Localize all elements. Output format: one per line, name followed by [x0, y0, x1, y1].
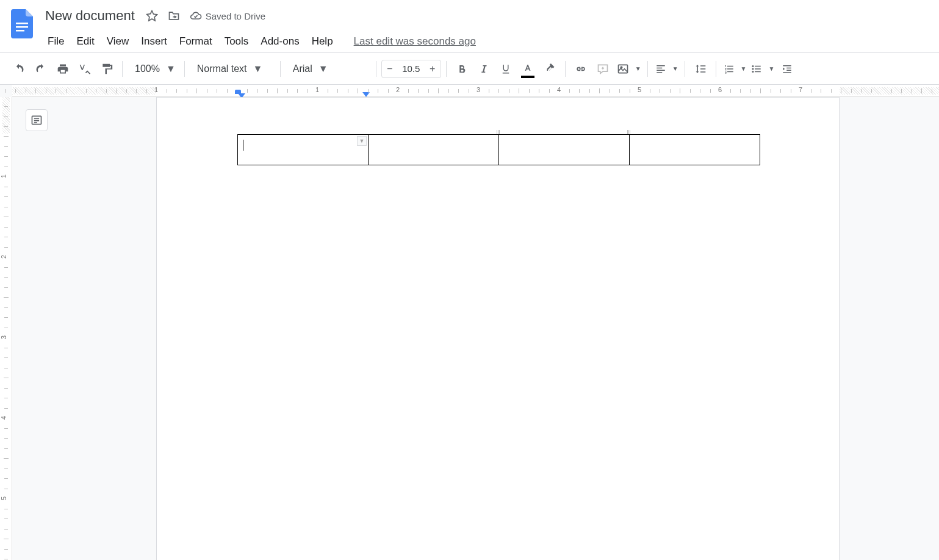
svg-point-4: [621, 66, 622, 68]
document-title[interactable]: New document: [41, 7, 139, 25]
chevron-down-icon: ▼: [741, 65, 747, 72]
spellcheck-button[interactable]: [74, 59, 95, 79]
separator: [565, 61, 566, 77]
paragraph-style-label: Normal text: [197, 63, 247, 74]
table-row[interactable]: ▼: [238, 135, 760, 165]
title-area: New document Saved to Drive File Edit Vi…: [41, 5, 929, 52]
svg-point-5: [752, 65, 754, 67]
svg-point-7: [752, 71, 754, 73]
ruler-margin-left: [12, 87, 156, 95]
horizontal-ruler[interactable]: 1 1 2 3 4 5 6 7: [12, 85, 939, 97]
insert-image-button[interactable]: ▼: [614, 59, 642, 79]
menu-edit[interactable]: Edit: [70, 33, 100, 50]
ruler-label: 5: [0, 497, 7, 500]
separator: [184, 61, 185, 77]
menu-insert[interactable]: Insert: [135, 33, 173, 50]
menu-tools[interactable]: Tools: [218, 33, 255, 50]
document-page[interactable]: ▼: [156, 97, 840, 560]
column-drag-handle[interactable]: [627, 130, 631, 134]
ruler-label: 1: [0, 174, 7, 178]
separator: [446, 61, 447, 77]
font-size-increase-button[interactable]: +: [425, 60, 441, 77]
column-drag-handle[interactable]: [497, 130, 500, 134]
menu-view[interactable]: View: [101, 33, 135, 50]
outline-toggle-button[interactable]: [26, 109, 48, 131]
bold-button[interactable]: [452, 59, 472, 79]
bulleted-list-button[interactable]: ▼: [749, 59, 775, 79]
toolbar: 100% ▼ Normal text ▼ Arial ▼ − + ▼ ▼ ▼ ▼: [0, 53, 939, 85]
ruler-label: 1: [315, 86, 319, 93]
numbered-list-button[interactable]: ▼: [721, 59, 748, 79]
menu-format[interactable]: Format: [173, 33, 218, 50]
star-icon[interactable]: [143, 7, 160, 24]
underline-button[interactable]: [495, 59, 516, 79]
align-button[interactable]: ▼: [653, 59, 680, 79]
ruler-label: 5: [638, 86, 641, 93]
highlight-color-button[interactable]: [539, 59, 560, 79]
separator: [122, 61, 123, 77]
insert-comment-button[interactable]: [592, 59, 613, 79]
font-select[interactable]: Arial ▼: [286, 59, 371, 79]
table-cell[interactable]: [499, 135, 630, 165]
save-status: Saved to Drive: [190, 10, 265, 22]
separator: [647, 61, 648, 77]
separator: [280, 61, 281, 77]
ruler-label: 7: [799, 86, 802, 93]
move-icon[interactable]: [165, 7, 182, 24]
ruler-label: 4: [557, 86, 561, 93]
text-cursor: [243, 140, 243, 151]
document-table[interactable]: ▼: [237, 134, 760, 165]
docs-logo[interactable]: [10, 7, 34, 40]
right-indent-marker[interactable]: [362, 92, 370, 97]
insert-link-button[interactable]: [570, 59, 591, 79]
zoom-label: 100%: [135, 63, 160, 74]
font-label: Arial: [293, 63, 312, 74]
table-cell[interactable]: [630, 135, 760, 165]
separator: [376, 61, 376, 77]
font-size-input[interactable]: [398, 60, 425, 77]
ruler-label: 2: [0, 255, 7, 259]
redo-button[interactable]: [31, 59, 51, 79]
svg-rect-0: [16, 23, 28, 24]
font-size-decrease-button[interactable]: −: [382, 60, 398, 77]
ruler-label: 4: [0, 416, 7, 420]
zoom-select[interactable]: 100% ▼: [128, 59, 179, 79]
app-header: New document Saved to Drive File Edit Vi…: [0, 0, 939, 53]
paint-format-button[interactable]: [96, 59, 117, 79]
menu-addons[interactable]: Add-ons: [254, 33, 305, 50]
ruler-label: 3: [477, 86, 480, 93]
italic-button[interactable]: [473, 59, 494, 79]
menu-file[interactable]: File: [41, 33, 70, 50]
decrease-indent-button[interactable]: [777, 59, 797, 79]
cloud-icon: [190, 10, 202, 22]
table-cell[interactable]: [369, 135, 499, 165]
chevron-down-icon: ▼: [768, 65, 774, 72]
last-edit-link[interactable]: Last edit was seconds ago: [354, 35, 476, 48]
svg-rect-1: [16, 26, 28, 28]
print-button[interactable]: [52, 59, 73, 79]
paragraph-style-select[interactable]: Normal text ▼: [190, 59, 275, 79]
font-size-stepper: − +: [381, 60, 441, 78]
ruler-margin-right: [840, 87, 939, 95]
text-color-button[interactable]: [517, 59, 538, 79]
ruler-label: 6: [718, 86, 722, 93]
cell-menu-button[interactable]: ▼: [357, 136, 367, 146]
menu-help[interactable]: Help: [306, 33, 339, 50]
svg-rect-2: [16, 30, 24, 32]
ruler-label: 2: [396, 86, 400, 93]
svg-point-6: [752, 68, 754, 70]
separator: [685, 61, 685, 77]
chevron-down-icon: ▼: [166, 63, 176, 74]
undo-button[interactable]: [9, 59, 29, 79]
line-spacing-button[interactable]: [690, 59, 711, 79]
chevron-down-icon: ▼: [253, 63, 263, 74]
separator: [716, 61, 716, 77]
chevron-down-icon: ▼: [318, 63, 328, 74]
save-status-label: Saved to Drive: [206, 11, 265, 21]
menu-bar: File Edit View Insert Format Tools Add-o…: [41, 31, 929, 52]
ruler-label: 1: [154, 86, 158, 93]
table-cell[interactable]: ▼: [238, 135, 369, 165]
workspace: 1 1 2 3 4 5 6 7 1 2 3 4 5: [0, 85, 939, 560]
vertical-ruler[interactable]: 1 2 3 4 5: [0, 97, 12, 560]
chevron-down-icon: ▼: [635, 65, 641, 72]
